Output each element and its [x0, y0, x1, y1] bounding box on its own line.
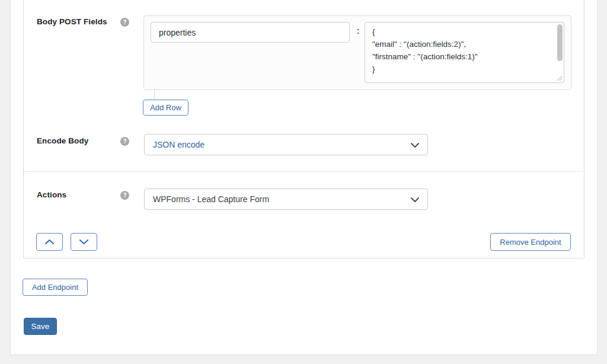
- add-endpoint-button[interactable]: Add Endpoint: [23, 279, 88, 296]
- body-post-fields-label: Body POST Fields: [37, 17, 107, 26]
- move-endpoint-down-button[interactable]: [71, 233, 97, 251]
- help-icon[interactable]: ?: [120, 18, 129, 27]
- post-field-value-textarea[interactable]: { "email" : "(action:fields:2)", "firstn…: [365, 23, 564, 82]
- add-row-button[interactable]: Add Row: [143, 100, 189, 116]
- actions-select[interactable]: WPForms - Lead Capture Form: [144, 189, 428, 210]
- add-row-connector: [154, 89, 155, 100]
- chevron-down-icon: [410, 142, 420, 148]
- resize-grip-icon[interactable]: [556, 75, 563, 81]
- chevron-up-icon: [44, 239, 55, 245]
- actions-label: Actions: [37, 190, 66, 199]
- chevron-down-icon: [410, 197, 420, 203]
- actions-selected-value: WPForms - Lead Capture Form: [145, 194, 269, 204]
- encode-body-selected-value: JSON encode: [145, 140, 205, 149]
- encode-body-select[interactable]: JSON encode: [144, 134, 428, 155]
- chevron-down-icon: [79, 239, 89, 245]
- help-icon[interactable]: ?: [120, 137, 129, 146]
- remove-endpooint-button[interactable]: Remove Endpoint: [490, 233, 571, 251]
- move-endpoint-up-button[interactable]: [36, 233, 63, 251]
- save-button[interactable]: Save: [24, 318, 57, 335]
- post-field-value-container: { "email" : "(action:fields:2)", "firstn…: [365, 22, 564, 83]
- wordpress-admin-settings-page: Body POST Fields ? : { "email" : "(actio…: [0, 0, 607, 364]
- post-field-key-input[interactable]: [151, 22, 350, 43]
- section-divider: [24, 171, 583, 172]
- encode-body-label: Encode Body: [37, 136, 88, 145]
- help-icon[interactable]: ?: [120, 191, 129, 200]
- key-value-separator: :: [354, 26, 362, 36]
- textarea-scrollbar-thumb[interactable]: [557, 24, 563, 61]
